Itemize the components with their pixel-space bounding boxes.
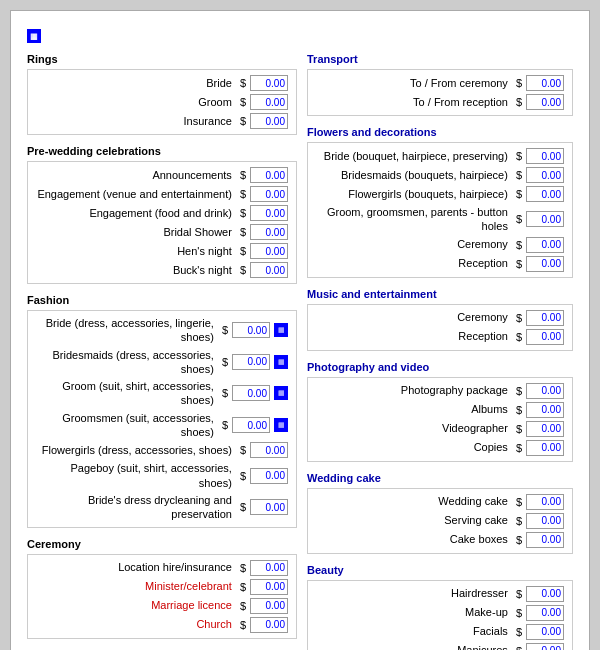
table-row: Videographer$ xyxy=(316,421,564,437)
table-row: Engagement (food and drink)$ xyxy=(36,205,288,221)
table-row: Bridesmaids (bouquets, hairpiece)$ xyxy=(316,167,564,183)
amount-input[interactable] xyxy=(526,513,564,529)
amount-input[interactable] xyxy=(232,385,270,401)
table-row: Copies$ xyxy=(316,440,564,456)
table-row: Albums$ xyxy=(316,402,564,418)
amount-input[interactable] xyxy=(526,402,564,418)
row-label: Pageboy (suit, shirt, accessories, shoes… xyxy=(36,461,236,490)
calc-button[interactable]: ▦ xyxy=(274,323,288,337)
amount-input[interactable] xyxy=(526,643,564,650)
amount-input[interactable] xyxy=(250,243,288,259)
amount-input[interactable] xyxy=(250,224,288,240)
amount-input[interactable] xyxy=(526,186,564,202)
section-photography: Photography and videoPhotography package… xyxy=(307,361,573,462)
amount-input[interactable] xyxy=(250,560,288,576)
amount-input[interactable] xyxy=(526,605,564,621)
amount-input[interactable] xyxy=(526,167,564,183)
amount-input[interactable] xyxy=(526,310,564,326)
amount-input[interactable] xyxy=(232,417,270,433)
dollar-sign: $ xyxy=(240,581,246,593)
calc-button[interactable]: ▦ xyxy=(274,418,288,432)
amount-input[interactable] xyxy=(526,421,564,437)
amount-input[interactable] xyxy=(526,586,564,602)
row-label: Engagement (venue and entertainment) xyxy=(36,187,236,201)
row-label: Ceremony xyxy=(316,310,512,324)
section-title-photography: Photography and video xyxy=(307,361,573,373)
amount-input[interactable] xyxy=(250,262,288,278)
row-label: To / From ceremony xyxy=(316,76,512,90)
table-row: Groom$ xyxy=(36,94,288,110)
amount-input[interactable] xyxy=(250,579,288,595)
amount-input[interactable] xyxy=(250,598,288,614)
section-box-flowers: Bride (bouquet, hairpiece, preserving)$B… xyxy=(307,142,573,278)
amount-input[interactable] xyxy=(250,617,288,633)
table-row: Bride (bouquet, hairpiece, preserving)$ xyxy=(316,148,564,164)
section-box-ceremony: Location hire/insurance$Minister/celebra… xyxy=(27,554,297,639)
row-label: Photography package xyxy=(316,383,512,397)
table-row: Make-up$ xyxy=(316,605,564,621)
amount-input[interactable] xyxy=(526,256,564,272)
table-row: Minister/celebrant$ xyxy=(36,579,288,595)
amount-input[interactable] xyxy=(526,440,564,456)
dollar-sign: $ xyxy=(516,312,522,324)
section-title-cake: Wedding cake xyxy=(307,472,573,484)
row-label: To / From reception xyxy=(316,95,512,109)
section-title-ceremony: Ceremony xyxy=(27,538,297,550)
row-label: Insurance xyxy=(36,114,236,128)
amount-input[interactable] xyxy=(526,532,564,548)
dollar-sign: $ xyxy=(222,419,228,431)
dollar-sign: $ xyxy=(516,188,522,200)
row-label: Facials xyxy=(316,624,512,638)
row-label: Groom (suit, shirt, accessories, shoes) xyxy=(36,379,218,408)
amount-input[interactable] xyxy=(250,205,288,221)
amount-input[interactable] xyxy=(526,148,564,164)
section-music: Music and entertainmentCeremony$Receptio… xyxy=(307,288,573,351)
amount-input[interactable] xyxy=(232,322,270,338)
amount-input[interactable] xyxy=(526,624,564,640)
row-label: Church xyxy=(36,617,236,631)
amount-input[interactable] xyxy=(526,329,564,345)
amount-input[interactable] xyxy=(232,354,270,370)
section-fashion: FashionBride (dress, accessories, linger… xyxy=(27,294,297,528)
intro-calc-hint: ▦ xyxy=(27,29,573,43)
row-label: Bride (dress, accessories, lingerie, sho… xyxy=(36,316,218,345)
calc-button[interactable]: ▦ xyxy=(274,386,288,400)
row-label: Serving cake xyxy=(316,513,512,527)
row-label: Reception xyxy=(316,256,512,270)
dollar-sign: $ xyxy=(516,515,522,527)
amount-input[interactable] xyxy=(250,499,288,515)
amount-input[interactable] xyxy=(250,167,288,183)
amount-input[interactable] xyxy=(526,94,564,110)
table-row: Insurance$ xyxy=(36,113,288,129)
row-label: Buck's night xyxy=(36,263,236,277)
amount-input[interactable] xyxy=(250,75,288,91)
row-label: Hairdresser xyxy=(316,586,512,600)
amount-input[interactable] xyxy=(250,94,288,110)
amount-input[interactable] xyxy=(526,383,564,399)
calc-button[interactable]: ▦ xyxy=(274,355,288,369)
amount-input[interactable] xyxy=(250,468,288,484)
section-title-beauty: Beauty xyxy=(307,564,573,576)
amount-input[interactable] xyxy=(250,113,288,129)
amount-input[interactable] xyxy=(250,186,288,202)
amount-input[interactable] xyxy=(526,494,564,510)
amount-input[interactable] xyxy=(526,211,564,227)
row-label: Bridal Shower xyxy=(36,225,236,239)
main-page: ▦ RingsBride$Groom$Insurance$Pre-wedding… xyxy=(10,10,590,650)
dollar-sign: $ xyxy=(516,331,522,343)
section-box-transport: To / From ceremony$To / From reception$ xyxy=(307,69,573,116)
row-label: Manicures xyxy=(316,643,512,650)
row-label: Announcements xyxy=(36,168,236,182)
section-title-transport: Transport xyxy=(307,53,573,65)
table-row: Flowergirls (dress, accessories, shoes)$ xyxy=(36,442,288,458)
amount-input[interactable] xyxy=(526,237,564,253)
amount-input[interactable] xyxy=(526,75,564,91)
dollar-sign: $ xyxy=(516,442,522,454)
dollar-sign: $ xyxy=(516,626,522,638)
dollar-sign: $ xyxy=(240,245,246,257)
dollar-sign: $ xyxy=(240,77,246,89)
dollar-sign: $ xyxy=(222,387,228,399)
table-row: Wedding cake$ xyxy=(316,494,564,510)
amount-input[interactable] xyxy=(250,442,288,458)
dollar-sign: $ xyxy=(240,188,246,200)
